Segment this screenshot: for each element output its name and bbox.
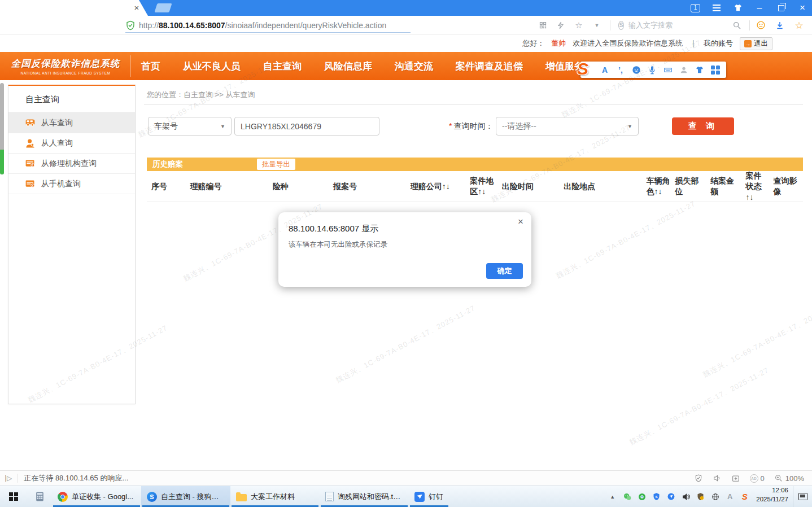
- ime-voice-icon[interactable]: [647, 65, 657, 75]
- skin-shirt-icon[interactable]: [733, 3, 743, 13]
- download-icon[interactable]: [775, 20, 785, 30]
- hidden-icons-chevron[interactable]: ▲: [608, 492, 617, 501]
- alert-close-icon[interactable]: ×: [518, 216, 523, 228]
- zoom-control[interactable]: 100%: [774, 474, 804, 483]
- logout-button[interactable]: → 退出: [740, 37, 772, 50]
- taskbar-button-dingtalk[interactable]: 钉钉: [409, 486, 449, 507]
- batch-export-button[interactable]: 批量导出: [257, 159, 295, 170]
- col-case-region-sort[interactable]: 案件地区↑↓: [465, 176, 497, 197]
- ime-punctuation-icon[interactable]: ’,: [615, 65, 626, 75]
- col-damage-part: 损失部位: [670, 176, 706, 197]
- dingtalk-tray-icon[interactable]: [666, 492, 676, 501]
- window-controls: 1 – ×: [691, 0, 807, 16]
- mute-speaker-icon[interactable]: [713, 474, 722, 483]
- site-safety-icon[interactable]: [694, 474, 703, 483]
- ime-toolbox-icon[interactable]: [710, 65, 721, 75]
- 360safe-icon[interactable]: [637, 492, 647, 501]
- query-button[interactable]: 查 询: [672, 117, 734, 135]
- sidebar-item-vehicle-query[interactable]: 从车查询: [8, 113, 135, 133]
- col-case-status-sort[interactable]: 案件状态↑↓: [741, 171, 769, 203]
- divider: [749, 20, 750, 30]
- minimize-button[interactable]: –: [754, 3, 765, 13]
- search-magnifier-icon[interactable]: [732, 20, 741, 30]
- bookmark-star-icon[interactable]: ☆: [794, 20, 804, 30]
- ime-emoji-icon[interactable]: [631, 65, 641, 75]
- status-loading-text: 正在等待 88.100.14.65 的响应...: [24, 473, 128, 483]
- sogou-ime-toolbar: S A ’,: [580, 62, 726, 78]
- svg-text:S: S: [656, 495, 658, 499]
- breadcrumb: 您的位置：自主查询 >> 从车查询: [147, 90, 255, 100]
- extension-add-icon[interactable]: [731, 474, 740, 483]
- close-button[interactable]: ×: [797, 3, 807, 13]
- network-globe-icon[interactable]: [710, 492, 720, 501]
- qr-code-icon[interactable]: [538, 20, 548, 30]
- taskbar-button-notepad[interactable]: 询残网站和密码.txt...: [320, 486, 409, 507]
- sidebar-item-label: 从修理机构查询: [41, 159, 97, 169]
- sogou-ime-logo[interactable]: S: [577, 59, 588, 78]
- person-icon: [24, 137, 36, 149]
- taskbar-button-chrome[interactable]: 单证收集 - Googl...: [52, 486, 141, 507]
- sogou-ime-icon[interactable]: S: [740, 492, 749, 501]
- browser-tab[interactable]: [0, 0, 148, 16]
- ime-keyboard-icon[interactable]: [663, 65, 673, 75]
- field-type-value: 车架号: [154, 121, 178, 132]
- col-insurance-type: 险种: [268, 181, 329, 192]
- window-count-badge[interactable]: 1: [691, 4, 700, 12]
- chevron-down-icon[interactable]: ▼: [592, 20, 602, 30]
- col-accident-time: 出险时间: [497, 181, 559, 192]
- start-button[interactable]: [0, 486, 27, 507]
- favorite-star-icon[interactable]: ☆: [574, 20, 584, 30]
- ime-language-icon[interactable]: A: [600, 65, 610, 75]
- nav-item-communication[interactable]: 沟通交流: [395, 60, 433, 73]
- col-claim-company-sort[interactable]: 理赔公司↑↓: [406, 181, 465, 192]
- sidebar-item-phone-query[interactable]: 从手机查询: [8, 174, 135, 194]
- restore-button[interactable]: [776, 3, 786, 13]
- security-shield-icon[interactable]: [125, 20, 136, 30]
- ime-a-icon[interactable]: A: [725, 492, 735, 501]
- divider: [18, 474, 18, 483]
- nav-item-self-query[interactable]: 自主查询: [263, 60, 302, 73]
- logout-label: 退出: [754, 39, 768, 49]
- nav-item-case-investigation[interactable]: 案件调查及追偿: [456, 60, 523, 73]
- wechat-icon[interactable]: [622, 492, 632, 501]
- taskbar-button-folder[interactable]: 大案工作材料: [230, 486, 320, 507]
- nav-item-risk-library[interactable]: 风险信息库: [324, 60, 372, 73]
- sidebar-item-person-query[interactable]: 从人查询: [8, 133, 135, 154]
- volume-icon[interactable]: [681, 492, 691, 501]
- tab-close-icon[interactable]: ×: [132, 3, 142, 13]
- ad-count: 0: [761, 474, 765, 483]
- url-host: 88.100.14.65:8007: [159, 21, 225, 30]
- taskbar-button-sogou-browser[interactable]: S 自主查询 - 搜狗高...: [141, 486, 230, 507]
- url-field[interactable]: http://88.100.14.65:8007/sinoiaaf/indepe…: [139, 21, 386, 30]
- calculator-pinned-button[interactable]: [27, 486, 52, 507]
- ad-block-counter[interactable]: AD 0: [750, 474, 765, 483]
- vin-input[interactable]: [234, 117, 379, 136]
- ime-account-icon[interactable]: [679, 65, 689, 75]
- taskbar-button-label: 钉钉: [429, 492, 443, 502]
- col-accident-place: 出险地点: [559, 181, 641, 192]
- nav-item-bad-practitioners[interactable]: 从业不良人员: [183, 60, 241, 73]
- sidebar-item-label: 从车查询: [41, 118, 73, 128]
- defender-alert-icon[interactable]: !: [696, 492, 705, 501]
- history-title: 历史赔案: [152, 159, 183, 169]
- ime-skin-icon[interactable]: [695, 65, 705, 75]
- username: 董帅: [551, 38, 566, 49]
- my-account-link[interactable]: 我的账号: [704, 38, 733, 49]
- alert-ok-button[interactable]: 确定: [486, 263, 523, 279]
- system-tray: ▲ S ! A S: [608, 486, 753, 507]
- search-input[interactable]: [628, 21, 728, 29]
- action-center-button[interactable]: [793, 486, 812, 507]
- statusbar-tools: AD 0 100%: [694, 474, 804, 483]
- shield-s-icon[interactable]: S: [652, 492, 661, 501]
- browser-menu-icon[interactable]: [711, 3, 722, 13]
- col-vehicle-role-sort[interactable]: 车辆角色↑↓: [642, 176, 671, 197]
- taskbar-clock[interactable]: 12:06 2025/11/27: [756, 486, 788, 507]
- lightning-icon[interactable]: [556, 20, 566, 30]
- notification-icon: [798, 493, 807, 500]
- page-scroll-indicator[interactable]: [0, 83, 4, 174]
- nav-item-home[interactable]: 首页: [141, 60, 160, 73]
- field-type-select[interactable]: 车架号 ▼: [148, 117, 232, 136]
- sidebar-item-repair-org-query[interactable]: 从修理机构查询: [8, 154, 135, 174]
- smiley-icon[interactable]: [756, 20, 766, 30]
- query-time-select[interactable]: --请选择-- ▼: [496, 117, 639, 136]
